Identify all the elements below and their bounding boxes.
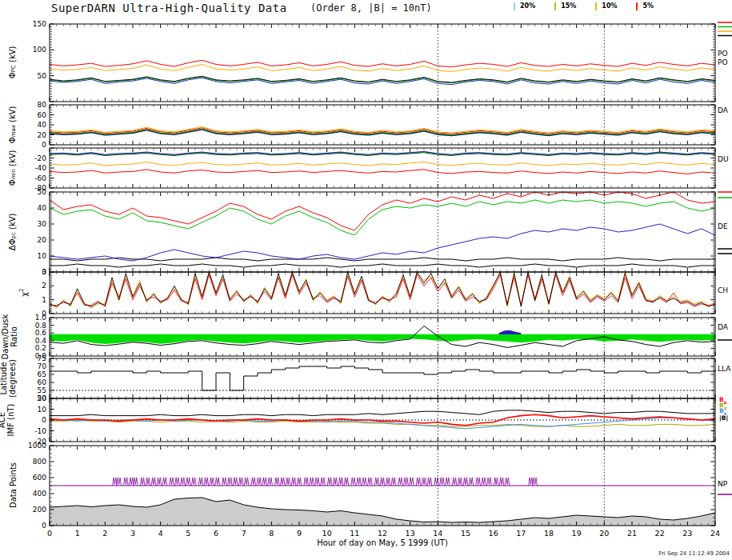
xtick-label: 22: [655, 529, 665, 538]
xtick-label: 3: [130, 529, 135, 538]
ytick-label: -60: [34, 174, 46, 182]
panel-chi2: 3210: [42, 268, 715, 318]
ytick-label: 3: [42, 268, 46, 276]
ytick-label: 50: [38, 188, 47, 196]
ytick-label: 80: [38, 101, 47, 109]
right-label-dusk: DU: [718, 155, 729, 163]
ytick-label: 40: [38, 121, 47, 129]
right-label-da: DA: [718, 323, 728, 331]
imf-legend-btot: |B|: [719, 415, 728, 423]
ytick-label: 10: [38, 406, 47, 414]
series-chi-red: [50, 274, 715, 306]
panel-latitude: 757065605550: [38, 354, 715, 402]
ytick-label: 60: [38, 111, 47, 119]
panel-dawn-dusk-ratio: 1.00.80.60.40.20.0: [35, 314, 715, 360]
series-chi-black: [50, 272, 715, 306]
series-dp-blue: [50, 224, 715, 261]
xtick-label: 15: [461, 529, 470, 538]
series-pot-blue: [50, 78, 715, 84]
plot-timestamp: Fri Sep 24 11:12:49 2004: [658, 550, 730, 557]
xtick-label: 2: [102, 529, 107, 538]
xtick-label: 21: [627, 529, 637, 538]
series-min-orange: [50, 162, 715, 166]
xtick-label: 11: [350, 529, 359, 538]
ytick-label: 50: [38, 72, 47, 80]
ylabel-chi2: χ2: [19, 245, 28, 341]
ytick-label: -40: [34, 164, 46, 172]
ytick-label: 30: [38, 220, 47, 228]
xtick-label: 18: [544, 529, 554, 538]
right-label-pot-1: PO: [718, 50, 728, 58]
series-pot-black: [50, 76, 715, 82]
ytick-label: 70: [38, 362, 47, 370]
ytick-label: 20: [38, 394, 47, 402]
series-lat-black: [50, 366, 715, 390]
ytick-label: 1000: [28, 442, 46, 450]
ytick-label: 0.2: [35, 344, 46, 352]
ytick-label: 0.8: [35, 322, 47, 330]
xtick-label: 24: [710, 529, 720, 538]
series-pot-orange: [50, 64, 715, 71]
ytick-label: 0: [42, 416, 46, 424]
xtick-label: 12: [378, 529, 387, 538]
series-chi-orange: [50, 272, 715, 308]
panel-data-points: 10008006004002000: [28, 442, 715, 530]
ylabel-data-points: Data Points: [9, 438, 18, 534]
ytick-label: 2: [42, 282, 46, 290]
xtick-label: 10: [322, 529, 332, 538]
right-label-np: NP: [718, 480, 727, 488]
xtick-label: 23: [682, 529, 692, 538]
series-ratio-blue-band: [499, 330, 522, 334]
xtick-label: 16: [489, 529, 498, 538]
xtick-label: 6: [214, 529, 218, 538]
xtick-label: 8: [269, 529, 274, 538]
xtick-label: 20: [599, 529, 609, 538]
panel-ace-imf: 20100-10-20: [34, 394, 715, 446]
xtick-label: 9: [297, 529, 302, 538]
ytick-label: 60: [38, 378, 47, 386]
ytick-label: -20: [34, 154, 46, 162]
ytick-label: 100: [33, 46, 46, 54]
series-dp-black1: [50, 258, 715, 261]
ylabel-delta-phi: ΔΦpc (kV): [8, 184, 18, 280]
ytick-label: 40: [38, 204, 47, 212]
ytick-label: 65: [38, 370, 46, 378]
ytick-label: 10: [38, 252, 47, 260]
xtick-label: 14: [433, 529, 442, 538]
ytick-label: 1: [42, 296, 46, 304]
right-label-delta: DE: [718, 222, 728, 230]
right-label-lla: LLA: [718, 365, 730, 373]
ytick-label: 200: [33, 506, 46, 514]
ytick-label: 0.4: [35, 337, 47, 345]
series-npts-purple: [113, 478, 538, 486]
ytick-label: 55: [38, 386, 46, 394]
ytick-label: 0: [42, 141, 46, 149]
xtick-label: 0: [47, 529, 52, 538]
panel-phi-min: -20-40-60-80: [34, 148, 715, 192]
ytick-label: 0.6: [35, 329, 47, 337]
ytick-label: 75: [38, 354, 46, 362]
ytick-label: 1.0: [35, 314, 47, 322]
right-label-pot-2: PO: [718, 58, 728, 66]
ytick-label: 400: [33, 490, 46, 498]
xtick-label: 7: [242, 529, 246, 538]
panel-potential: 15010050: [33, 20, 715, 102]
series-dp-red: [50, 192, 715, 230]
xtick-label: 17: [516, 529, 526, 538]
panel-phi-max: 806040200: [38, 101, 715, 149]
series-dp-black2: [50, 264, 715, 267]
x-axis-label: Hour of day on May, 5 1999 (UT): [50, 538, 715, 547]
ytick-label: 600: [33, 474, 46, 482]
series-imf-btot: [50, 410, 715, 416]
xtick-label: 5: [186, 529, 190, 538]
xtick-label: 4: [158, 529, 163, 538]
ytick-label: 20: [38, 131, 47, 139]
xtick-label: 19: [572, 529, 582, 538]
xtick-label: 1: [75, 529, 80, 538]
series-min-red: [50, 170, 715, 174]
panel-delta-phi: 50403020100: [38, 188, 715, 276]
ytick-label: 800: [33, 458, 46, 466]
xtick-label: 13: [406, 529, 415, 538]
superdarn-screen: SuperDARN Ultra-High-Quality Data (Order…: [0, 0, 732, 560]
right-label-dawn: DA: [718, 106, 728, 114]
